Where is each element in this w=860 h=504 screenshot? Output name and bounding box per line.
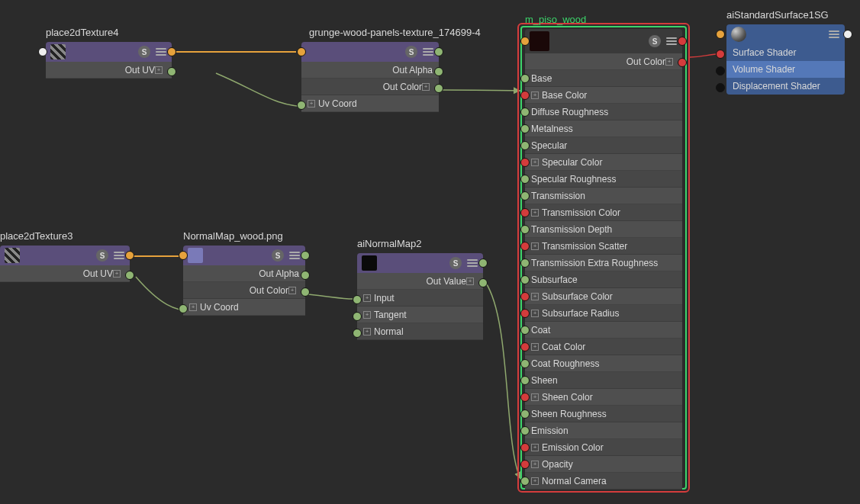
port-out-color[interactable] [678, 58, 687, 67]
port-in-attr[interactable] [520, 74, 530, 83]
attr-out-color[interactable]: Out Color+ [301, 79, 439, 95]
port-in-attr[interactable] [520, 225, 530, 234]
attr-row[interactable]: +Transmission Scatter [525, 238, 682, 255]
list-icon[interactable] [466, 257, 478, 269]
expand-icon[interactable]: + [422, 83, 430, 91]
attr-uv-coord[interactable]: +Uv Coord [183, 299, 305, 316]
attr-row[interactable]: Diffuse Roughness [525, 104, 682, 120]
s-icon[interactable]: S [272, 249, 284, 262]
attr-row[interactable]: Subsurface [525, 271, 682, 288]
node-m-piso-wood[interactable]: m_piso_wood S Out Color + Base+Base Colo… [525, 29, 682, 490]
port-in-attr[interactable] [520, 477, 530, 486]
list-icon[interactable] [155, 46, 167, 58]
port-in-uvcoord[interactable] [297, 101, 306, 110]
port-in-attr[interactable] [520, 393, 530, 402]
attr-out-uv[interactable]: Out UV + [46, 62, 172, 79]
port-in-attr[interactable] [520, 175, 530, 184]
attr-normal[interactable]: +Normal [357, 323, 483, 340]
list-icon[interactable] [422, 46, 434, 58]
node-header[interactable]: S [183, 246, 305, 265]
port-in-uvcoord[interactable] [179, 304, 188, 313]
port-in-attr[interactable] [520, 158, 530, 167]
attr-input[interactable]: +Input [357, 290, 483, 307]
attr-row[interactable]: Sheen Roughness [525, 406, 682, 422]
port-in-normal[interactable] [353, 329, 362, 338]
expand-icon[interactable]: + [531, 343, 539, 351]
node-grunge-wood[interactable]: grunge-wood-panels-texture_174699-4 S Ou… [301, 42, 439, 112]
port-in-attr[interactable] [520, 108, 530, 117]
attr-row[interactable]: Sheen [525, 372, 682, 389]
port-out-alpha[interactable] [434, 67, 443, 76]
attr-row[interactable]: +Transmission Color [525, 204, 682, 221]
port-in-attr[interactable] [520, 141, 530, 150]
port-in-attr[interactable] [520, 443, 530, 452]
attr-row[interactable]: +Emission Color [525, 439, 682, 456]
port-in-volume[interactable] [716, 66, 725, 75]
expand-icon[interactable]: + [531, 209, 539, 217]
attr-out-alpha[interactable]: Out Alpha [301, 62, 439, 79]
attr-row[interactable]: Specular [525, 137, 682, 154]
s-icon[interactable]: S [449, 257, 462, 269]
attr-row[interactable]: +Opacity [525, 456, 682, 473]
node-normalmap-wood[interactable]: NormalMap_wood.png S Out Alpha Out Color… [183, 246, 305, 316]
attr-out-color[interactable]: Out Color+ [183, 282, 305, 299]
port-in-attr[interactable] [520, 326, 530, 335]
node-header[interactable]: S [525, 29, 682, 53]
node-header[interactable]: S [301, 42, 439, 62]
port-in-attr[interactable] [520, 191, 530, 201]
port-out-header[interactable] [301, 251, 310, 260]
port-in-header[interactable] [179, 251, 188, 260]
port-out-header[interactable] [167, 47, 176, 56]
expand-icon[interactable]: + [531, 393, 539, 401]
node-header[interactable]: S [357, 253, 483, 273]
attr-out-color[interactable]: Out Color + [525, 53, 682, 70]
attr-row[interactable]: +Specular Color [525, 154, 682, 171]
port-out-header[interactable] [678, 37, 687, 46]
port-in-surface[interactable] [716, 50, 725, 59]
port-out-header[interactable] [478, 258, 488, 268]
attr-row[interactable]: Transmission Extra Roughness [525, 255, 682, 271]
attr-row[interactable]: +Subsurface Radius [525, 305, 682, 322]
attr-row[interactable]: +Normal Camera [525, 473, 682, 490]
port-in-attr[interactable] [520, 376, 530, 385]
attr-row[interactable]: Base [525, 70, 682, 87]
port-in-attr[interactable] [520, 426, 530, 435]
node-sg[interactable]: aiStandardSurface1SG Surface Shader Volu… [726, 24, 845, 95]
expand-icon[interactable]: + [363, 311, 371, 319]
attr-row[interactable]: +Base Color [525, 87, 682, 104]
list-icon[interactable] [288, 249, 301, 262]
port-out-alpha[interactable] [301, 271, 310, 280]
attr-tangent[interactable]: +Tangent [357, 307, 483, 323]
attr-row[interactable]: Specular Roughness [525, 171, 682, 188]
attr-out-value[interactable]: Out Value+ [357, 273, 483, 290]
node-place2dtexture4[interactable]: place2dTexture4 S Out UV + [46, 42, 172, 79]
expand-icon[interactable]: + [665, 58, 673, 66]
port-out-uv[interactable] [125, 271, 134, 280]
port-out-color[interactable] [301, 287, 310, 297]
expand-icon[interactable]: + [466, 278, 474, 285]
port-out-value[interactable] [478, 278, 488, 287]
s-icon[interactable]: S [649, 35, 661, 47]
port-out-uv[interactable] [167, 67, 176, 76]
s-icon[interactable]: S [96, 249, 108, 262]
s-icon[interactable]: S [405, 46, 417, 58]
node-place2dtexture3[interactable]: place2dTexture3 S Out UV + [0, 246, 130, 282]
port-in-tangent[interactable] [353, 312, 362, 321]
list-icon[interactable] [828, 28, 840, 40]
port-in-header[interactable] [297, 47, 306, 56]
expand-icon[interactable]: + [531, 444, 539, 451]
expand-icon[interactable]: + [531, 461, 539, 468]
attr-surface-shader[interactable]: Surface Shader [726, 44, 845, 61]
node-header[interactable]: S [0, 246, 130, 265]
port-in-attr[interactable] [520, 91, 530, 100]
expand-icon[interactable]: + [531, 293, 539, 300]
attr-row[interactable]: +Sheen Color [525, 389, 682, 406]
s-icon[interactable]: S [138, 46, 150, 58]
expand-icon[interactable]: + [363, 294, 371, 302]
expand-icon[interactable]: + [189, 303, 197, 311]
list-icon[interactable] [665, 35, 678, 47]
expand-icon[interactable]: + [363, 328, 371, 335]
port-in-attr[interactable] [520, 342, 530, 352]
list-icon[interactable] [113, 249, 125, 262]
port-in-header[interactable] [520, 37, 530, 46]
